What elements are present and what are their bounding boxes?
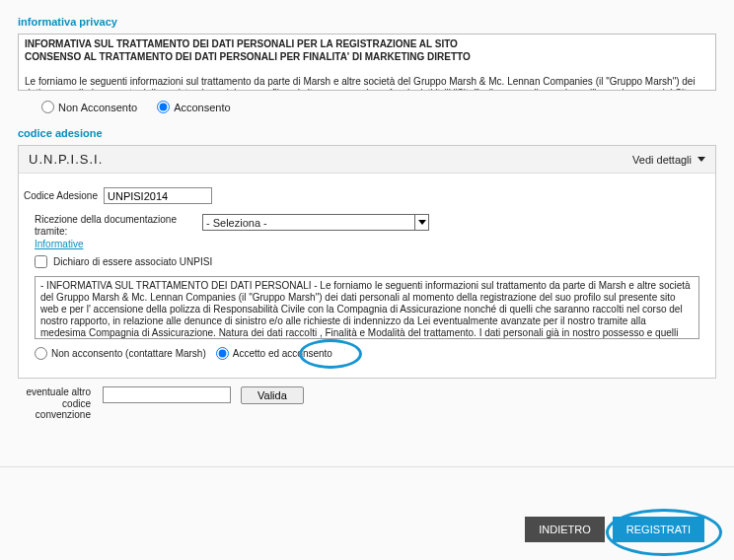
- ricezione-row: Ricezione della documentazione tramite: …: [35, 214, 699, 237]
- assoc-checkbox[interactable]: [35, 255, 47, 268]
- ricezione-value: - Seleziona -: [206, 217, 267, 229]
- adesione-yes-text: Accetto ed acconsento: [233, 348, 332, 359]
- back-button[interactable]: INDIETRO: [525, 517, 605, 542]
- altro-codice-input[interactable]: [103, 386, 231, 403]
- adesione-yes-radio-label[interactable]: Accetto ed acconsento: [216, 347, 332, 360]
- assoc-checkbox-label: Dichiaro di essere associato UNPISI: [53, 256, 212, 267]
- dropdown-arrow-icon: [414, 215, 428, 230]
- privacy-yes-radio[interactable]: [157, 101, 170, 113]
- privacy-heading-1: INFORMATIVA SUL TRATTAMENTO DEI DATI PER…: [25, 38, 458, 49]
- adesione-section-title: codice adesione: [18, 127, 716, 139]
- adesione-consent-row: Non acconsento (contattare Marsh) Accett…: [35, 347, 699, 360]
- submit-button[interactable]: REGISTRATI: [613, 517, 704, 542]
- privacy-heading-2: CONSENSO AL TRATTAMENTO DEI DATI PERSONA…: [25, 51, 471, 62]
- adesione-yes-radio[interactable]: [216, 347, 229, 360]
- assoc-checkbox-row: Dichiaro di essere associato UNPISI: [35, 255, 699, 268]
- privacy-no-text: Non Acconsento: [58, 102, 137, 113]
- privacy-yes-radio-label[interactable]: Acconsento: [157, 101, 230, 113]
- codice-input[interactable]: [104, 187, 212, 204]
- privacy-yes-text: Acconsento: [174, 102, 230, 113]
- informative-link[interactable]: Informative: [35, 239, 699, 249]
- ricezione-select[interactable]: - Seleziona -: [202, 214, 429, 231]
- adesione-panel: U.N.P.I.S.I. Vedi dettagli Codice Adesio…: [18, 145, 716, 379]
- privacy-body-text: Le forniamo le seguenti informazioni sul…: [25, 76, 700, 92]
- privacy-no-radio-label[interactable]: Non Acconsento: [41, 101, 137, 113]
- valida-button[interactable]: Valida: [241, 386, 304, 404]
- codice-row: Codice Adesione: [0, 187, 699, 204]
- vedi-dettagli-label: Vedi dettagli: [632, 154, 692, 166]
- adesione-no-radio[interactable]: [35, 347, 47, 360]
- privacy-section-title: informativa privacy: [18, 16, 716, 28]
- info-textarea[interactable]: - INFORMATIVA SUL TRATTAMENTO DEI DATI P…: [35, 276, 699, 339]
- valida-label: eventuale altro codice convenzione: [18, 386, 97, 421]
- valida-row: eventuale altro codice convenzione Valid…: [18, 386, 716, 421]
- adesione-header: U.N.P.I.S.I. Vedi dettagli: [19, 146, 715, 174]
- vedi-dettagli-toggle[interactable]: Vedi dettagli: [632, 154, 705, 166]
- adesione-no-radio-label[interactable]: Non acconsento (contattare Marsh): [35, 347, 206, 360]
- codice-label: Codice Adesione: [0, 190, 104, 202]
- panel-title: U.N.P.I.S.I.: [29, 152, 103, 167]
- privacy-no-radio[interactable]: [41, 101, 54, 113]
- divider: [0, 466, 734, 467]
- chevron-down-icon: [697, 157, 705, 162]
- ricezione-label: Ricezione della documentazione tramite:: [35, 214, 202, 237]
- adesione-body: Codice Adesione Ricezione della document…: [19, 174, 715, 378]
- adesione-no-text: Non acconsento (contattare Marsh): [51, 348, 206, 359]
- info-text-content: - INFORMATIVA SUL TRATTAMENTO DEI DATI P…: [40, 280, 691, 339]
- privacy-info-box[interactable]: INFORMATIVA SUL TRATTAMENTO DEI DATI PER…: [18, 34, 716, 91]
- privacy-consent-row: Non Acconsento Acconsento: [41, 101, 716, 113]
- ricezione-select-wrap: - Seleziona -: [202, 214, 429, 231]
- footer-buttons: INDIETRO REGISTRATI: [525, 517, 704, 542]
